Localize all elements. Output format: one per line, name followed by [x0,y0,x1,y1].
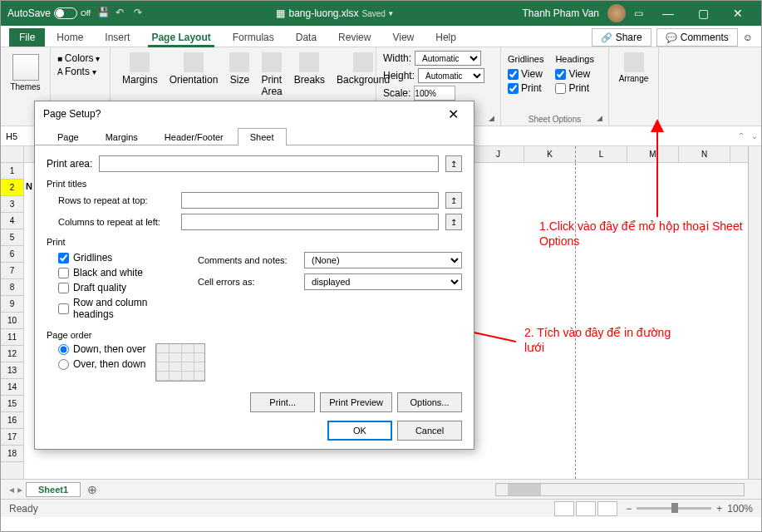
row-header-17[interactable]: 17 [1,429,23,446]
dialog-tab-margins[interactable]: Margins [93,128,150,145]
print-area-range-icon[interactable]: ↥ [445,155,462,172]
gridlines-print-check[interactable]: Print [508,82,543,94]
gridlines-view-check[interactable]: View [508,68,543,80]
over-down-radio[interactable]: Over, then down [58,358,145,370]
dialog-tab-page[interactable]: Page [45,128,91,145]
row-header-11[interactable]: 11 [1,329,23,346]
errors-select[interactable]: displayed [304,273,462,290]
collapse-ribbon-icon[interactable]: ⌃ [735,131,748,140]
tab-review[interactable]: Review [328,28,381,47]
zoom-slider[interactable] [637,507,711,510]
close-button[interactable]: ✕ [721,1,755,26]
rows-repeat-range-icon[interactable]: ↥ [445,192,462,209]
vertical-scrollbar[interactable] [748,146,761,479]
tab-data[interactable]: Data [286,28,327,47]
save-icon[interactable]: 💾 [97,7,111,20]
row-header-4[interactable]: 4 [1,213,23,229]
row-header-3[interactable]: 3 [1,196,23,213]
row-header-9[interactable]: 9 [1,296,23,313]
dialog-close-icon[interactable]: ✕ [440,106,465,122]
maximize-button[interactable]: ▢ [686,1,720,26]
fonts-button[interactable]: A Fonts ▾ [57,66,103,77]
row-header-14[interactable]: 14 [1,379,23,396]
autosave-toggle[interactable]: AutoSave Off [7,7,91,19]
comments-button[interactable]: 💬 Comments [656,28,738,47]
row-header-6[interactable]: 6 [1,246,23,263]
width-select[interactable]: Automatic [415,51,481,66]
black-white-checkbox[interactable]: Black and white [58,267,148,278]
print-preview-button[interactable]: Print Preview [320,392,392,412]
zoom-value[interactable]: 100% [727,503,753,515]
gridlines-checkbox[interactable]: Gridlines [58,252,148,264]
down-over-radio[interactable]: Down, then over [58,343,145,355]
undo-icon[interactable]: ↶ [116,7,129,20]
orientation-button[interactable]: Orientation [165,51,224,99]
row-header-13[interactable]: 13 [1,362,23,379]
add-sheet-icon[interactable]: ⊕ [84,481,101,498]
cell-b2[interactable]: N [26,181,32,191]
tab-formulas[interactable]: Formulas [223,28,284,47]
redo-icon[interactable]: ↷ [134,7,147,20]
row-header-2[interactable]: 2 [1,180,23,196]
row-header-12[interactable]: 12 [1,346,23,362]
row-header-15[interactable]: 15 [1,396,23,412]
comments-select[interactable]: (None) [304,252,462,268]
cols-repeat-input[interactable] [181,214,439,230]
next-sheet-icon[interactable]: ▸ [17,484,22,495]
breaks-button[interactable]: Breaks [289,51,330,99]
col-header-n[interactable]: N [679,146,730,162]
row-col-headings-checkbox[interactable]: Row and column headings [58,297,148,320]
share-button[interactable]: 🔗 Share [592,28,651,47]
sheet-tab-sheet1[interactable]: Sheet1 [26,482,81,497]
tab-insert[interactable]: Insert [95,28,140,47]
scale-input[interactable] [414,86,455,101]
col-header-j[interactable]: J [473,146,524,162]
expand-formula-icon[interactable]: ⌄ [748,131,761,140]
page-layout-view-icon[interactable] [576,501,596,516]
sheet-options-launcher-icon[interactable]: ◢ [597,114,607,124]
cancel-button[interactable]: Cancel [397,421,462,441]
options-button[interactable]: Options... [397,392,462,412]
colors-button[interactable]: ■ Colors ▾ [57,52,103,64]
cols-repeat-range-icon[interactable]: ↥ [445,214,462,230]
row-header-7[interactable]: 7 [1,263,23,279]
row-header-10[interactable]: 10 [1,313,23,329]
tab-help[interactable]: Help [425,28,466,47]
tab-file[interactable]: File [9,28,45,47]
row-header-5[interactable]: 5 [1,229,23,246]
col-header-m[interactable]: M [627,146,679,162]
dialog-help-icon[interactable]: ? [96,108,101,120]
page-break-view-icon[interactable] [597,501,617,516]
smiley-icon[interactable]: ☺ [743,32,753,43]
headings-view-check[interactable]: View [555,68,593,80]
select-all-corner[interactable] [1,146,23,163]
chevron-down-icon[interactable]: ▾ [389,9,393,17]
horizontal-scrollbar[interactable] [495,483,745,496]
themes-icon[interactable] [12,54,39,81]
toggle-switch[interactable] [54,7,77,19]
dialog-tab-header-footer[interactable]: Header/Footer [152,128,236,145]
row-header-18[interactable]: 18 [1,446,23,462]
row-header-16[interactable]: 16 [1,412,23,429]
tab-home[interactable]: Home [47,28,93,47]
zoom-out-icon[interactable]: − [626,503,632,515]
print-area-input[interactable] [99,155,439,172]
print-area-button[interactable]: Print Area [256,51,287,99]
headings-print-check[interactable]: Print [555,82,593,94]
ribbon-options-icon[interactable]: ▭ [634,7,643,19]
normal-view-icon[interactable] [554,501,574,516]
height-select[interactable]: Automatic [418,68,484,83]
print-button[interactable]: Print... [250,392,315,412]
margins-button[interactable]: Margins [117,51,163,99]
col-header-k[interactable]: K [524,146,576,162]
ok-button[interactable]: OK [327,421,392,441]
draft-quality-checkbox[interactable]: Draft quality [58,282,148,293]
prev-sheet-icon[interactable]: ◂ [9,484,14,495]
zoom-in-icon[interactable]: + [716,503,722,515]
arrange-icon[interactable] [624,52,644,72]
avatar[interactable] [607,4,626,22]
minimize-button[interactable]: — [651,1,685,26]
row-header-1[interactable]: 1 [1,163,23,180]
row-header-8[interactable]: 8 [1,279,23,296]
dialog-tab-sheet[interactable]: Sheet [238,128,287,145]
